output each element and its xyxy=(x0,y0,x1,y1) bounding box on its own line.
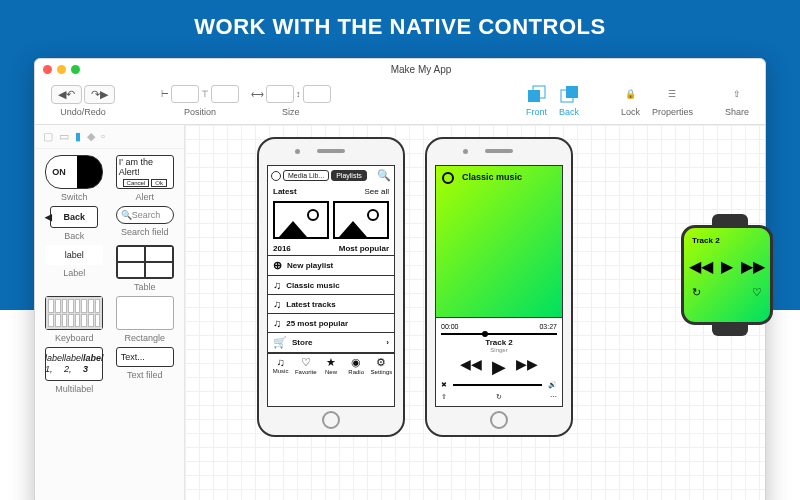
keyboard-label: Keyboard xyxy=(55,333,94,343)
alert-label: Alert xyxy=(135,192,154,202)
mute-icon[interactable]: ✖ xyxy=(441,381,447,389)
caption-1: 2016 xyxy=(273,244,291,253)
thumb-1[interactable] xyxy=(273,201,329,239)
desktop-icon[interactable]: ▢ xyxy=(43,130,53,143)
tab-radio[interactable]: ◉Radio xyxy=(344,354,369,377)
toolbar: ◀︎↶↷▶︎ Undo/Redo ⊢ ⊤ Position ⟷ ↕ Size F… xyxy=(35,79,765,125)
lock-tool[interactable]: 🔒 Lock xyxy=(621,83,640,117)
phone-mock-1[interactable]: Media Lib... Playlists 🔍 LatestSee all 2… xyxy=(257,137,405,437)
next-icon[interactable]: ▶▶ xyxy=(741,257,765,276)
minimize-icon[interactable] xyxy=(57,65,66,74)
store-row[interactable]: 🛒Store› xyxy=(268,333,394,353)
size-tool[interactable]: ⟷ ↕ Size xyxy=(251,83,331,117)
prev-icon[interactable]: ◀◀ xyxy=(689,257,713,276)
svg-rect-0 xyxy=(528,90,540,102)
zoom-icon[interactable] xyxy=(71,65,80,74)
tab-music[interactable]: ♫Music xyxy=(268,354,293,377)
scrubber[interactable] xyxy=(441,333,557,335)
more-icon[interactable]: ⋯ xyxy=(550,393,557,401)
list-item[interactable]: ♫25 most popular xyxy=(268,314,394,333)
alert-widget[interactable]: I' am the Alert!CancelOk xyxy=(116,155,174,189)
music-icon: ♫ xyxy=(273,317,281,329)
canvas[interactable]: Media Lib... Playlists 🔍 LatestSee all 2… xyxy=(185,125,765,500)
prev-icon[interactable]: ◀◀ xyxy=(460,356,482,378)
bring-front-tool[interactable]: Front xyxy=(526,83,547,117)
label-widget[interactable]: label xyxy=(45,245,103,265)
svg-rect-2 xyxy=(566,86,578,98)
android-icon[interactable]: ◆ xyxy=(87,130,95,143)
seg-media[interactable]: Media Lib... xyxy=(283,170,329,181)
position-tool[interactable]: ⊢ ⊤ Position xyxy=(161,83,239,117)
list-item[interactable]: ♫Classic music xyxy=(268,276,394,295)
search-icon[interactable]: 🔍 xyxy=(377,169,391,182)
multilabel-label: Multilabel xyxy=(55,384,93,394)
music-icon: ♫ xyxy=(273,279,281,291)
back-label: Back xyxy=(64,231,84,241)
properties-tool[interactable]: ☰ Properties xyxy=(652,83,693,117)
rectangle-widget[interactable] xyxy=(116,296,174,330)
repeat-icon[interactable]: ↻ xyxy=(496,393,502,401)
like-icon[interactable]: ♡ xyxy=(752,286,762,299)
see-all-link[interactable]: See all xyxy=(365,187,389,196)
share-icon[interactable]: ⇧ xyxy=(441,393,447,401)
phone-icon[interactable]: ▮ xyxy=(75,130,81,143)
play-icon[interactable]: ▶ xyxy=(721,257,733,276)
album-cover: Classic music xyxy=(436,166,562,317)
seg-playlists[interactable]: Playlists xyxy=(331,170,367,181)
repeat-icon[interactable]: ↻ xyxy=(692,286,701,299)
time-total: 03:27 xyxy=(539,323,557,330)
rectangle-label: Rectangle xyxy=(124,333,165,343)
watch-track: Track 2 xyxy=(692,236,762,245)
plus-icon: ⊕ xyxy=(273,259,282,272)
textfield-widget[interactable]: Text... xyxy=(116,347,174,367)
share-tool[interactable]: ⇧ Share xyxy=(725,83,749,117)
undo-redo-tool[interactable]: ◀︎↶↷▶︎ Undo/Redo xyxy=(51,83,115,117)
properties-icon: ☰ xyxy=(668,83,676,105)
thumb-2[interactable] xyxy=(333,201,389,239)
time-elapsed: 00:00 xyxy=(441,323,459,330)
watch-icon[interactable]: ▫ xyxy=(101,130,105,143)
label-label: Label xyxy=(63,268,85,278)
search-widget[interactable]: 🔍 Search xyxy=(116,206,174,224)
table-label: Table xyxy=(134,282,156,292)
search-label: Search field xyxy=(121,227,169,237)
cart-icon: 🛒 xyxy=(273,336,287,349)
textfield-label: Text filed xyxy=(127,370,163,380)
tab-new[interactable]: ★New xyxy=(318,354,343,377)
phone-mock-2[interactable]: Classic music 00:0003:27 Track 2Singer ◀… xyxy=(425,137,573,437)
titlebar: Make My App xyxy=(35,59,765,79)
cover-title: Classic music xyxy=(462,172,522,182)
check-icon xyxy=(442,172,454,184)
tab-favorite[interactable]: ♡Favorite xyxy=(293,354,318,377)
table-widget[interactable] xyxy=(116,245,174,279)
avatar-icon xyxy=(271,171,281,181)
keyboard-widget[interactable] xyxy=(45,296,103,330)
music-icon: ♫ xyxy=(273,298,281,310)
tablet-icon[interactable]: ▭ xyxy=(59,130,69,143)
device-row[interactable]: ▢ ▭ ▮ ◆ ▫ xyxy=(35,125,184,149)
caption-2: Most popular xyxy=(339,244,389,253)
switch-widget[interactable]: ON xyxy=(45,155,103,189)
back-widget[interactable]: ◀Back xyxy=(50,206,98,228)
track-title: Track 2 xyxy=(485,338,513,347)
list-item[interactable]: ♫Latest tracks xyxy=(268,295,394,314)
multilabel-widget[interactable]: label 1,label 2,label 3 xyxy=(45,347,103,381)
next-icon[interactable]: ▶▶ xyxy=(516,356,538,378)
close-icon[interactable] xyxy=(43,65,52,74)
new-playlist-row[interactable]: ⊕New playlist xyxy=(268,256,394,276)
play-icon[interactable]: ▶ xyxy=(492,356,506,378)
send-back-tool[interactable]: Back xyxy=(559,83,579,117)
switch-label: Switch xyxy=(61,192,88,202)
hero-title: WORK WITH THE NATIVE CONTROLS xyxy=(0,0,800,50)
volume-icon[interactable]: 🔊 xyxy=(548,381,557,389)
latest-header: Latest xyxy=(273,187,297,196)
tab-settings[interactable]: ⚙Settings xyxy=(369,354,394,377)
app-window: Make My App ◀︎↶↷▶︎ Undo/Redo ⊢ ⊤ Positio… xyxy=(34,58,766,500)
share-icon: ⇧ xyxy=(733,83,741,105)
chevron-right-icon: › xyxy=(386,338,389,347)
lock-icon: 🔒 xyxy=(625,83,636,105)
watch-mock[interactable]: Track 2 ◀◀ ▶ ▶▶ ↻ ♡ xyxy=(681,225,773,325)
artist: Singer xyxy=(441,347,557,353)
volume-slider[interactable] xyxy=(453,384,542,386)
window-title: Make My App xyxy=(85,64,757,75)
